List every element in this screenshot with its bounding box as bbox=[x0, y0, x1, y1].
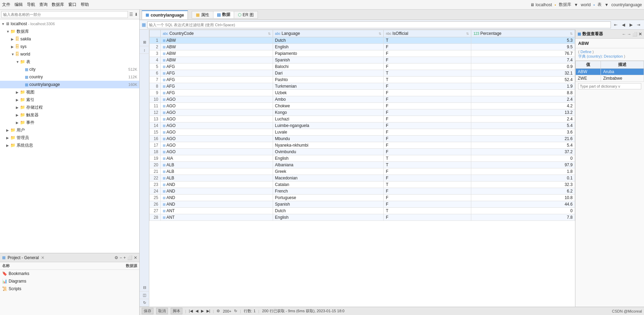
cell-percentage[interactable]: 0 bbox=[471, 155, 575, 162]
cell-isofficial[interactable]: F bbox=[384, 129, 471, 136]
top-menu-help[interactable]: 帮助 bbox=[81, 2, 89, 8]
value-table-row[interactable]: ABW Aruba bbox=[576, 69, 644, 75]
cell-percentage[interactable]: 2.4 bbox=[471, 96, 575, 103]
cell-countrycode[interactable]: ⊞ AFG bbox=[161, 77, 273, 83]
breadcrumb-table-dropdown[interactable]: ▼ bbox=[604, 2, 608, 7]
cell-countrycode[interactable]: ⊞ AFG bbox=[161, 70, 273, 77]
top-menu-window[interactable]: 窗口 bbox=[68, 2, 77, 8]
cell-language[interactable]: Mbundu bbox=[273, 136, 384, 142]
table-row[interactable]: 6 ⊞ AFG Dari T 32.1 bbox=[150, 70, 575, 77]
cell-countrycode[interactable]: ⊞ AIA bbox=[161, 155, 273, 162]
table-row[interactable]: 3 ⊞ ABW Papiamento F 76.7 bbox=[150, 50, 575, 57]
table-row[interactable]: 19 ⊞ AIA English T 0 bbox=[150, 155, 575, 162]
action-btn-4[interactable]: ◫ bbox=[140, 292, 149, 299]
cell-language[interactable]: Luchazi bbox=[273, 116, 384, 122]
cell-countrycode[interactable]: ⊞ AFG bbox=[161, 83, 273, 90]
table-row[interactable]: 10 ⊞ AGO Ambo F 2.4 bbox=[150, 96, 575, 103]
cell-percentage[interactable]: 32.3 bbox=[471, 181, 575, 188]
cell-percentage[interactable]: 1.9 bbox=[471, 83, 575, 90]
project-item-scripts[interactable]: 📜 Scripts bbox=[0, 285, 139, 293]
cell-percentage[interactable]: 6.2 bbox=[471, 188, 575, 195]
value-search-input[interactable] bbox=[578, 83, 641, 89]
table-row[interactable]: 1 ⊞ ABW Dutch T 5.3 bbox=[150, 37, 575, 44]
breadcrumb-database[interactable]: 数据库 bbox=[559, 2, 571, 8]
cell-isofficial[interactable]: F bbox=[384, 142, 471, 149]
cell-percentage[interactable]: 32.1 bbox=[471, 70, 575, 77]
cell-percentage[interactable]: 7.8 bbox=[471, 214, 575, 221]
save-button[interactable]: 保存 bbox=[142, 308, 153, 314]
cell-isofficial[interactable]: F bbox=[384, 90, 471, 96]
cell-countrycode[interactable]: ⊞ AND bbox=[161, 201, 273, 208]
cell-language[interactable]: Uzbek bbox=[273, 90, 384, 96]
sub-tab-data[interactable]: ▤ 数据 bbox=[213, 11, 234, 19]
table-row[interactable]: 14 ⊞ AGO Luimbe-nganguela F 5.4 bbox=[150, 122, 575, 129]
cell-language[interactable]: Balochi bbox=[273, 63, 384, 70]
cell-language[interactable]: Luimbe-nganguela bbox=[273, 122, 384, 129]
cell-countrycode[interactable]: ⊞ AGO bbox=[161, 109, 273, 116]
cell-percentage[interactable]: 52.4 bbox=[471, 77, 575, 83]
table-row[interactable]: 23 ⊞ AND Catalan T 32.3 bbox=[150, 181, 575, 188]
table-row[interactable]: 27 ⊞ ANT Dutch T 0 bbox=[150, 208, 575, 214]
cell-language[interactable]: Pashto bbox=[273, 77, 384, 83]
refresh-btn[interactable]: ↻ bbox=[234, 309, 237, 313]
sub-tab-er[interactable]: ⬡ ER 图 bbox=[234, 11, 258, 19]
table-row[interactable]: 24 ⊞ AND French F 6.2 bbox=[150, 188, 575, 195]
top-menu-nav[interactable]: 导航 bbox=[27, 2, 35, 8]
cell-isofficial[interactable]: T bbox=[384, 208, 471, 214]
table-row[interactable]: 7 ⊞ AFG Pashto T 52.4 bbox=[150, 77, 575, 83]
cell-countrycode[interactable]: ⊞ AGO bbox=[161, 116, 273, 122]
cell-percentage[interactable]: 37.2 bbox=[471, 149, 575, 155]
cell-isofficial[interactable]: F bbox=[384, 63, 471, 70]
cell-language[interactable]: Kongo bbox=[273, 109, 384, 116]
cell-language[interactable]: English bbox=[273, 155, 384, 162]
table-row[interactable]: 12 ⊞ AGO Kongo F 13.2 bbox=[150, 109, 575, 116]
cancel-button[interactable]: 取消 bbox=[156, 308, 168, 314]
cell-isofficial[interactable]: F bbox=[384, 168, 471, 175]
cell-percentage[interactable]: 10.8 bbox=[471, 195, 575, 201]
cell-language[interactable]: Spanish bbox=[273, 57, 384, 63]
cell-countrycode[interactable]: ⊞ AFG bbox=[161, 63, 273, 70]
project-minus-icon[interactable]: − bbox=[120, 255, 122, 260]
cell-language[interactable]: English bbox=[273, 44, 384, 50]
cell-countrycode[interactable]: ⊞ AGO bbox=[161, 129, 273, 136]
table-row[interactable]: 28 ⊞ ANT English F 7.8 bbox=[150, 214, 575, 221]
cell-language[interactable]: Luvale bbox=[273, 129, 384, 136]
table-row[interactable]: 8 ⊞ AFG Turkmenian F 1.9 bbox=[150, 83, 575, 90]
tree-sort-icon[interactable]: ⬇ bbox=[134, 12, 138, 17]
nav-first-icon[interactable]: ⇤ bbox=[612, 21, 619, 28]
tree-item-triggers[interactable]: ▶ 📁 触发器 bbox=[0, 111, 139, 119]
cell-isofficial[interactable]: F bbox=[384, 83, 471, 90]
cell-countrycode[interactable]: ⊞ ALB bbox=[161, 168, 273, 175]
cell-percentage[interactable]: 21.6 bbox=[471, 136, 575, 142]
cell-language[interactable]: Ovimbundu bbox=[273, 149, 384, 155]
cell-percentage[interactable]: 5.4 bbox=[471, 142, 575, 149]
table-row[interactable]: 26 ⊞ AND Spanish F 44.6 bbox=[150, 201, 575, 208]
top-menu-query[interactable]: 查询 bbox=[39, 2, 48, 8]
tree-item-country[interactable]: ▦ country 112K bbox=[0, 73, 139, 81]
cell-percentage[interactable]: 3.6 bbox=[471, 129, 575, 136]
cell-percentage[interactable]: 7.4 bbox=[471, 57, 575, 63]
table-row[interactable]: 5 ⊞ AFG Balochi F 0.9 bbox=[150, 63, 575, 70]
cell-language[interactable]: Macedonian bbox=[273, 175, 384, 181]
table-row[interactable]: 25 ⊞ AND Portuguese F 10.8 bbox=[150, 195, 575, 201]
table-row[interactable]: 11 ⊞ AGO Chokwe F 4.2 bbox=[150, 103, 575, 109]
cell-isofficial[interactable]: F bbox=[384, 195, 471, 201]
project-settings-icon[interactable]: ⚙ bbox=[114, 255, 118, 260]
cell-countrycode[interactable]: ⊞ AND bbox=[161, 195, 273, 201]
action-btn-3[interactable]: ⊟ bbox=[140, 284, 149, 292]
nav-next-btn[interactable]: ▶ bbox=[201, 309, 204, 313]
cell-isofficial[interactable]: F bbox=[384, 50, 471, 57]
project-panel-close[interactable]: ✕ bbox=[41, 255, 44, 260]
tree-item-city[interactable]: ▦ city 512K bbox=[0, 66, 139, 73]
cell-language[interactable]: Dutch bbox=[273, 208, 384, 214]
cell-language[interactable]: Dari bbox=[273, 70, 384, 77]
settings-btn[interactable]: ⚙ bbox=[217, 309, 220, 313]
tree-item-sysinfo[interactable]: ▶ 📁 系统信息 bbox=[0, 141, 139, 149]
tree-item-events[interactable]: ▶ 📁 事件 bbox=[0, 119, 139, 126]
table-row[interactable]: 21 ⊞ ALB Greek F 1.8 bbox=[150, 168, 575, 175]
cell-isofficial[interactable]: F bbox=[384, 175, 471, 181]
cell-countrycode[interactable]: ⊞ AND bbox=[161, 188, 273, 195]
cell-countrycode[interactable]: ⊞ ABW bbox=[161, 44, 273, 50]
cell-countrycode[interactable]: ⊞ AGO bbox=[161, 149, 273, 155]
cell-countrycode[interactable]: ⊞ ANT bbox=[161, 214, 273, 221]
